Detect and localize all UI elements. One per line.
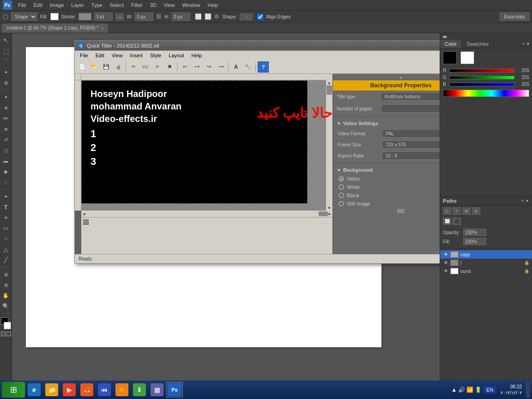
qt-video-format-select[interactable]: PAL xyxy=(382,129,440,138)
essentials-button[interactable]: Essentials xyxy=(500,12,529,21)
qt-delete-btn[interactable]: ✖ xyxy=(164,61,175,73)
path-tool-6[interactable]: ⬛ xyxy=(453,218,461,225)
align-edges-checkbox[interactable] xyxy=(257,14,263,20)
qt-scroll-right-btn[interactable]: ► xyxy=(328,212,332,216)
clone-stamp-tool[interactable]: ⊗ xyxy=(1,124,11,134)
qt-redo-btn[interactable]: ↪ xyxy=(203,61,214,73)
qt-menu-help[interactable]: Help xyxy=(188,52,205,59)
qt-redo-dropdown2[interactable]: ↪▾ xyxy=(215,61,226,73)
qt-menu-layout[interactable]: Layout xyxy=(165,52,187,59)
menu-select[interactable]: Select xyxy=(107,1,127,9)
qt-scroll-left-btn[interactable]: ◄ xyxy=(82,212,86,216)
taskbar-ie-app[interactable]: e xyxy=(26,382,42,398)
qt-save-btn[interactable]: 💾 xyxy=(101,61,112,73)
layer-item-l[interactable]: 👁 l 🔒 xyxy=(440,259,532,267)
qt-help-btn[interactable]: ? xyxy=(258,61,269,73)
quick-select-tool[interactable]: ✦ xyxy=(1,67,11,77)
blur-tool[interactable]: ◉ xyxy=(1,166,11,176)
green-channel-slider[interactable] xyxy=(449,76,514,79)
path-tool-1[interactable]: ◎ xyxy=(443,207,451,215)
blue-channel-slider[interactable] xyxy=(449,83,514,86)
brush-tool[interactable]: ✏ xyxy=(1,113,11,123)
taskbar-vlc-app[interactable]: 🔶 xyxy=(114,382,130,398)
stroke-type-select[interactable]: — xyxy=(115,13,124,20)
qt-bg-video-radio[interactable] xyxy=(339,176,344,181)
taskbar-firefox-app[interactable]: 🦊 xyxy=(79,382,95,398)
qt-title-type-select[interactable]: Roll(from bottom) xyxy=(381,92,440,101)
layer-eye-ound[interactable]: 👁 xyxy=(443,268,448,274)
paths-panel-menu-icon[interactable]: ≡ xyxy=(521,199,524,203)
taskbar-explorer-app[interactable]: 📁 xyxy=(43,382,60,398)
panel-collapse-icon[interactable]: ▼ xyxy=(526,42,530,46)
qt-redo-dropdown[interactable]: ↩▾ xyxy=(191,61,202,73)
qt-copy-btn[interactable]: CC xyxy=(140,61,151,73)
ellipse-tool[interactable]: ○ xyxy=(1,234,11,244)
type-tool[interactable]: T xyxy=(1,202,11,212)
red-channel-slider[interactable] xyxy=(449,69,514,73)
qt-menu-edit[interactable]: Edit xyxy=(92,52,108,59)
path-tool-4[interactable]: ⊟ xyxy=(472,207,480,215)
qt-menu-file[interactable]: File xyxy=(77,52,91,59)
qt-vertical-scrollbar[interactable]: ▲ ▼ xyxy=(326,80,332,211)
qt-cut-btn[interactable]: ✂ xyxy=(128,61,139,73)
qt-menu-view[interactable]: View xyxy=(109,52,126,59)
menu-edit[interactable]: Edit xyxy=(30,1,46,9)
rectangle-tool[interactable]: ▭ xyxy=(1,223,11,233)
foreground-color-picker[interactable] xyxy=(443,51,457,64)
qt-bg-black-radio[interactable] xyxy=(339,193,344,198)
path-tool-3[interactable]: ⊞ xyxy=(462,207,471,215)
gear-icon[interactable]: ⚙ xyxy=(214,13,219,20)
triangle-tool[interactable]: △ xyxy=(1,244,11,254)
qt-main-canvas[interactable]: Hoseyn Hadipoor mohammad Anvaran Video-e… xyxy=(81,80,326,211)
dodge-tool[interactable]: ○ xyxy=(1,177,11,187)
menu-layer[interactable]: Layer xyxy=(68,1,87,9)
qt-menu-style[interactable]: Style xyxy=(147,52,164,59)
panel-menu-icon[interactable]: ≡ xyxy=(522,42,525,46)
qt-aspect-ratio-select[interactable]: 16 : 9 xyxy=(382,151,440,160)
menu-3d[interactable]: 3D xyxy=(147,1,160,9)
marquee-tool[interactable]: ⬚ xyxy=(1,46,11,56)
fill-color-swatch[interactable] xyxy=(50,13,59,20)
stroke-size-input[interactable] xyxy=(94,12,113,21)
qt-scroll-down-btn[interactable]: ▼ xyxy=(327,206,331,210)
taskbar-speaker-icon[interactable]: 🔊 xyxy=(458,387,465,393)
tab-swatches[interactable]: Swatches xyxy=(462,40,494,48)
crop-tool[interactable]: ⊞ xyxy=(1,78,11,88)
tab-close-button[interactable]: × xyxy=(101,26,103,30)
qt-new-btn[interactable]: 📄 xyxy=(77,61,88,73)
qt-open-btn[interactable]: 📂 xyxy=(89,61,100,73)
qt-menu-insert[interactable]: Insert xyxy=(127,52,146,59)
qt-panel-scroll-bottom[interactable] xyxy=(333,208,440,214)
qt-bottom-text-area[interactable] xyxy=(81,217,332,254)
qt-num-pages-input[interactable] xyxy=(381,104,440,113)
zoom-tool[interactable]: 🔍 xyxy=(1,301,11,311)
qt-resize-handle[interactable] xyxy=(83,219,89,225)
qt-frame-size-select[interactable]: 720 x 576 xyxy=(382,140,440,149)
qt-scroll-thumb[interactable] xyxy=(326,85,332,95)
qt-panel-scroll-top[interactable]: ▲ xyxy=(333,74,440,80)
history-brush-tool[interactable]: ↺ xyxy=(1,134,11,145)
menu-image[interactable]: Image xyxy=(47,1,67,9)
taskbar-show-desktop[interactable] xyxy=(526,382,530,398)
menu-window[interactable]: Window xyxy=(179,1,203,9)
screen-mode-btn[interactable]: ⬛ xyxy=(6,332,11,336)
pen-tool[interactable]: ✒ xyxy=(1,191,11,201)
menu-view[interactable]: View xyxy=(161,1,178,9)
shape-arrow-btn[interactable]: → xyxy=(240,13,253,20)
qt-settings-btn[interactable]: 🔧 xyxy=(242,61,254,73)
taskbar-ps-app[interactable]: Ps xyxy=(166,382,183,398)
layer-eye-copy[interactable]: 👁 xyxy=(443,252,448,257)
qt-panel-scroll-thumb[interactable] xyxy=(397,209,405,213)
background-color-picker[interactable] xyxy=(460,51,474,64)
stroke-color-swatch[interactable] xyxy=(79,13,91,20)
tab-color[interactable]: Color xyxy=(440,40,462,48)
qt-video-settings-header[interactable]: ▼ Video Settings xyxy=(333,119,440,128)
lasso-tool[interactable]: ⌒ xyxy=(1,56,11,66)
menu-help[interactable]: Help xyxy=(205,1,222,9)
hand-tool[interactable]: ✋ xyxy=(1,290,11,301)
qt-font-btn[interactable]: A xyxy=(230,61,242,73)
qt-undo-btn[interactable]: ↩ xyxy=(179,61,190,73)
qt-scroll-up-btn[interactable]: ▲ xyxy=(327,81,331,85)
eraser-tool[interactable]: ◻ xyxy=(1,145,11,155)
taskbar-arrow-app[interactable]: ⏮ xyxy=(96,382,113,398)
